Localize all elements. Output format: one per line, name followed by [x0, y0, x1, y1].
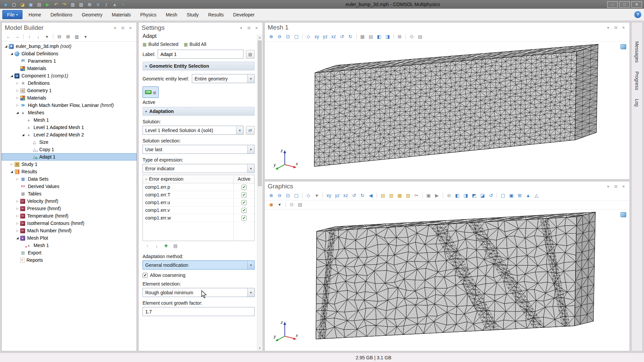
compile-icon[interactable]: ▤ [35, 1, 43, 8]
panel-close-icon[interactable]: ✕ [621, 184, 627, 189]
parameters-icon[interactable]: π [94, 1, 102, 8]
ribbon-tab-results[interactable]: Results [203, 9, 228, 20]
error-expression-row[interactable]: comp1.err.T [143, 191, 254, 199]
collapse-arrow-icon[interactable] [9, 170, 14, 173]
tree-item-mach-number-hmnf-[interactable]: Mach Number (hmnf) [2, 227, 137, 234]
tree-item-mesh-1[interactable]: Mesh 1 [2, 242, 137, 249]
expand-arrow-icon[interactable] [15, 207, 20, 210]
image-tools-icon[interactable]: ▣ [425, 192, 432, 199]
environment-icon[interactable]: ◪ [479, 192, 486, 199]
show-plot-icon[interactable]: △ [533, 192, 540, 199]
tree-item-study-1[interactable]: Study 1 [2, 161, 137, 168]
tree-item-size[interactable]: Size [2, 138, 137, 146]
zoom-in-icon[interactable]: ⊕ [267, 192, 275, 199]
expand-arrow-icon[interactable] [15, 81, 20, 85]
scene-settings-icon[interactable]: ▤ [367, 33, 375, 40]
panel-close-icon[interactable]: ✕ [254, 25, 260, 31]
tree-item-materials[interactable]: Materials [2, 94, 137, 102]
expand-arrow-icon[interactable] [15, 229, 20, 232]
build-selected-button[interactable]: Build Selected [143, 42, 178, 47]
mesh-quick-icon[interactable]: ▲ [111, 1, 119, 8]
type-of-expression-combo[interactable]: Error indicator [143, 164, 255, 173]
panel-float-icon[interactable]: ⊟ [120, 25, 126, 31]
view-indicator-icon[interactable] [621, 212, 626, 217]
mesh-canvas[interactable]: z x y [265, 42, 630, 179]
error-expression-cell[interactable]: comp1.err.p [143, 183, 233, 191]
active-checkbox[interactable] [241, 192, 247, 197]
panel-menu-icon[interactable]: ▾ [238, 25, 244, 31]
error-expression-cell[interactable]: comp1.err.w [143, 214, 233, 222]
ribbon-tab-mesh[interactable]: Mesh [161, 9, 182, 20]
view-yz-icon[interactable]: yz [333, 192, 341, 199]
view-xz-icon[interactable]: xz [342, 192, 350, 199]
tree-item-meshes[interactable]: Meshes [2, 109, 137, 116]
expand-arrow-icon[interactable] [15, 89, 20, 92]
build-all-button[interactable]: Build All [184, 42, 206, 47]
tree-item-tables[interactable]: Tables [2, 190, 137, 197]
element-selection-combo[interactable]: Rough global minimum [143, 288, 255, 297]
collapse-arrow-icon[interactable] [15, 111, 20, 114]
tree-item-export[interactable]: Export [2, 249, 137, 256]
wireframe-icon[interactable]: ◨ [384, 33, 391, 40]
zoom-selected-icon[interactable]: ⊞ [516, 192, 524, 199]
select-box-icon[interactable]: ▢ [499, 192, 507, 199]
error-expression-cell[interactable]: comp1.err.u [143, 199, 233, 206]
settings-scrollbar[interactable] [257, 35, 262, 351]
snapshot-icon[interactable]: ⊙ [408, 33, 416, 40]
ribbon-tab-geometry[interactable]: Geometry [77, 9, 107, 20]
show-grid-icon[interactable]: ▦ [359, 33, 366, 40]
model-tree-columns-icon[interactable]: ▥ [73, 33, 81, 40]
tree-item-euler-bump-3d-mph[interactable]: euler_bump_3d.mph(root) [2, 43, 137, 50]
go-to-first-icon[interactable]: ◀ [367, 192, 375, 199]
view-xz-icon[interactable]: xz [330, 33, 337, 40]
open-file-icon[interactable]: ◪ [18, 1, 26, 8]
error-expression-row[interactable]: comp1.err.v [143, 206, 254, 214]
undo-icon[interactable]: ↶ [52, 1, 60, 8]
view-xy-icon[interactable]: xy [325, 192, 333, 199]
ribbon-tab-study[interactable]: Study [182, 9, 204, 20]
reset-hiding-icon[interactable]: ↺ [487, 192, 495, 199]
tree-item-derived-values[interactable]: Derived Values [2, 183, 137, 190]
plot-in-new-window-icon[interactable]: ▥ [387, 192, 395, 199]
rotate-ccw-icon[interactable]: ↺ [338, 33, 346, 40]
scroll-up-arrow[interactable] [257, 35, 262, 40]
tree-item-copy-1[interactable]: Copy 1 [2, 146, 137, 153]
tree-item-high-mach-number-flow-laminar[interactable]: High Mach Number Flow, Laminar(hmnf) [2, 102, 137, 109]
print-icon[interactable]: ▤ [416, 33, 424, 40]
graphics-canvas[interactable]: z x y [265, 209, 630, 351]
show-mesh-icon[interactable]: ▲ [524, 192, 532, 199]
tree-item-reports[interactable]: Reports [2, 256, 137, 264]
panel-float-icon[interactable]: ⊟ [613, 184, 619, 189]
active-checkbox[interactable] [241, 185, 247, 190]
allow-coarsening-checkbox[interactable] [143, 273, 148, 278]
new-file-icon[interactable]: ▢ [10, 1, 18, 8]
zoom-out-icon[interactable]: ⊖ [276, 33, 283, 40]
geometric-entity-level-combo[interactable]: Entire geometry [192, 74, 255, 83]
collapse-arrow-icon[interactable] [4, 45, 8, 48]
table-overflow-icon[interactable] [145, 177, 147, 181]
ribbon-tab-file[interactable]: File [2, 10, 22, 19]
tree-item-definitions[interactable]: Definitions [2, 79, 137, 87]
zoom-box-icon[interactable]: ▢ [292, 33, 300, 40]
ribbon-tab-materials[interactable]: Materials [107, 9, 136, 20]
minimize-button[interactable]: – [607, 1, 618, 8]
panel-menu-icon[interactable]: ▾ [605, 25, 611, 30]
zoom-extents-icon[interactable]: ⊡ [284, 33, 292, 40]
animation-icon[interactable]: ▶ [433, 192, 441, 199]
error-expression-cell[interactable]: comp1.err.v [143, 206, 233, 214]
panel-menu-icon[interactable]: ▾ [112, 25, 118, 31]
adaptation-method-combo[interactable]: General modification [143, 260, 255, 269]
nav-forward-icon[interactable]: → [13, 33, 21, 40]
error-expression-row[interactable]: comp1.err.p [143, 183, 254, 191]
tree-item-results[interactable]: Results [2, 168, 137, 175]
paste-icon[interactable]: ▧ [77, 1, 85, 8]
section-geometric-entity-selection[interactable]: Geometric Entity Selection [143, 62, 255, 70]
tree-item-materials[interactable]: Materials [2, 65, 137, 72]
go-to-default-3d-view-icon[interactable]: ◇ [305, 33, 312, 40]
maximize-button[interactable]: □ [619, 1, 630, 8]
expand-arrow-icon[interactable] [15, 104, 20, 107]
save-icon[interactable]: ▣ [27, 1, 35, 8]
color-theme-menu-icon[interactable]: ▾ [276, 201, 283, 208]
view-menu-icon[interactable]: ▾ [313, 192, 321, 199]
zoom-extents-icon[interactable]: ⊡ [284, 192, 292, 199]
